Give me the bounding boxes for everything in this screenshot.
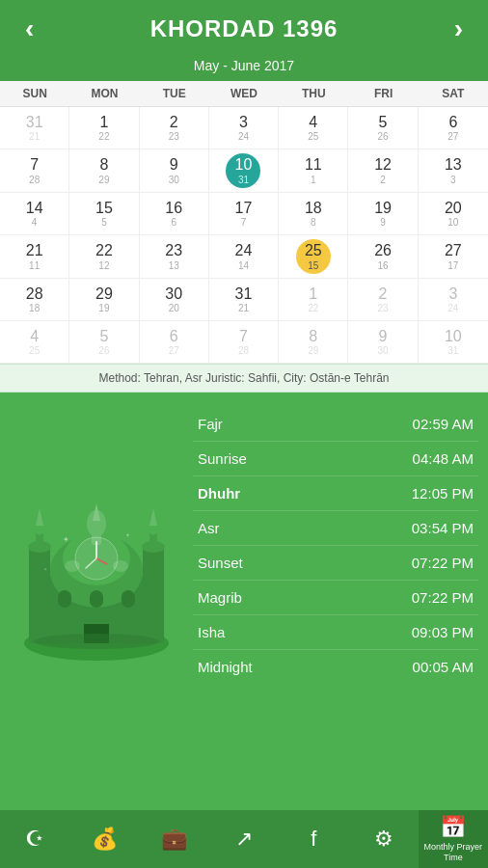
svg-rect-26 — [90, 590, 103, 608]
svg-marker-6 — [36, 508, 43, 526]
calendar-cell[interactable]: 2717 — [419, 235, 488, 279]
calendar-cell[interactable]: 2111 — [0, 235, 69, 279]
header-title: KHORDAD 1396 — [43, 15, 444, 42]
calendar-cell[interactable]: 144 — [0, 193, 69, 235]
donate-nav-icon: 💰 — [92, 827, 118, 852]
calendar-cell[interactable]: 2818 — [0, 279, 69, 321]
prayer-item: Fajr02:59 AM — [193, 407, 478, 442]
prayer-item: Isha09:03 PM — [193, 615, 478, 650]
calendar-cell[interactable]: 188 — [279, 193, 348, 235]
calendar-grid: 3121122223324425526627728829930103111112… — [0, 107, 488, 364]
prayer-time: 12:05 PM — [412, 485, 474, 502]
next-button[interactable]: › — [445, 10, 473, 48]
svg-text:✦: ✦ — [63, 535, 69, 544]
calendar-cell[interactable]: 2010 — [419, 193, 488, 235]
prayer-time: 02:59 AM — [413, 416, 474, 432]
calendar-cell[interactable]: 930 — [348, 321, 418, 364]
header: ‹ KHORDAD 1396 › — [0, 0, 488, 58]
prayer-section: ✦ ✦ ✦ Fajr02:59 AMSunrise04:48 AMDhuhr12… — [0, 393, 488, 701]
calendar-cell[interactable]: 728 — [0, 149, 69, 193]
calendar: SUNMONTUEWEDTHUFRISAT 312112222332442552… — [0, 81, 488, 364]
day-header: SUN — [0, 81, 69, 106]
svg-point-28 — [34, 634, 159, 649]
calendar-cell[interactable]: 177 — [209, 193, 279, 235]
day-header: FRI — [348, 81, 418, 106]
svg-text:✦: ✦ — [43, 566, 47, 572]
calendar-cell[interactable]: 324 — [419, 279, 488, 321]
calendar-cell[interactable]: 930 — [140, 149, 209, 193]
calendar-cell[interactable]: 133 — [419, 149, 488, 193]
prayer-item: Sunset07:22 PM — [193, 546, 478, 581]
calendar-cell[interactable]: 2515 — [279, 235, 348, 279]
calendar-cell[interactable]: 324 — [209, 107, 279, 149]
day-header: THU — [279, 81, 348, 106]
calendar-cell[interactable]: 728 — [209, 321, 279, 364]
wallet-nav[interactable]: 💼 — [140, 810, 209, 868]
prayer-time: 07:22 PM — [412, 555, 474, 571]
mosque-art: ✦ ✦ ✦ — [0, 402, 193, 692]
calendar-cell[interactable]: 2616 — [348, 235, 418, 279]
prayer-list: Fajr02:59 AMSunrise04:48 AMDhuhr12:05 PM… — [193, 402, 488, 692]
calendar-cell[interactable]: 122 — [348, 149, 418, 193]
svg-marker-11 — [149, 508, 157, 526]
calendar-cell[interactable]: 1031 — [419, 321, 488, 364]
day-header: TUE — [140, 81, 209, 106]
calendar-cell[interactable]: 1031 — [209, 149, 279, 193]
prayer-item: Asr03:54 PM — [193, 511, 478, 546]
day-header: WED — [209, 81, 279, 106]
svg-rect-2 — [29, 547, 50, 643]
prayer-name: Asr — [198, 520, 220, 536]
facebook-nav[interactable]: f — [279, 810, 348, 868]
settings-nav[interactable]: ⚙ — [348, 810, 418, 868]
calendar-cell[interactable]: 199 — [348, 193, 418, 235]
calendar-cell[interactable]: 526 — [69, 321, 139, 364]
calendar-cell[interactable]: 526 — [348, 107, 418, 149]
prayer-time: 04:48 AM — [413, 450, 474, 467]
monthly-prayer-nav-icon: 📅 — [440, 815, 466, 840]
prayer-time: 00:05 AM — [413, 659, 474, 675]
calendar-cell[interactable]: 166 — [140, 193, 209, 235]
calendar-cell[interactable]: 3020 — [140, 279, 209, 321]
prayer-time: 03:54 PM — [412, 520, 474, 536]
calendar-cell[interactable]: 223 — [348, 279, 418, 321]
calendar-cell[interactable]: 111 — [279, 149, 348, 193]
subtitle: May - June 2017 — [0, 58, 488, 81]
calendar-cell[interactable]: 3121 — [209, 279, 279, 321]
method-bar: Method: Tehran, Asr Juristic: Sahfii, Ci… — [0, 364, 488, 393]
prayer-item: Sunrise04:48 AM — [193, 442, 478, 476]
calendar-cell[interactable]: 223 — [140, 107, 209, 149]
prayer-time: 07:22 PM — [412, 589, 474, 606]
calendar-cell[interactable]: 2212 — [69, 235, 139, 279]
day-headers: SUNMONTUEWEDTHUFRISAT — [0, 81, 488, 107]
calendar-cell[interactable]: 2919 — [69, 279, 139, 321]
prev-button[interactable]: ‹ — [15, 10, 43, 48]
quran-nav[interactable]: ☪ — [0, 810, 69, 868]
calendar-cell[interactable]: 2313 — [140, 235, 209, 279]
share-nav-icon: ↗ — [235, 827, 253, 852]
calendar-cell[interactable]: 829 — [69, 149, 139, 193]
quran-nav-icon: ☪ — [25, 827, 44, 852]
svg-text:✦: ✦ — [125, 532, 130, 538]
settings-nav-icon: ⚙ — [374, 827, 393, 852]
calendar-cell[interactable]: 122 — [69, 107, 139, 149]
calendar-cell[interactable]: 425 — [279, 107, 348, 149]
prayer-name: Magrib — [198, 589, 242, 606]
calendar-cell[interactable]: 425 — [0, 321, 69, 364]
calendar-cell[interactable]: 3121 — [0, 107, 69, 149]
calendar-cell[interactable]: 155 — [69, 193, 139, 235]
wallet-nav-icon: 💼 — [161, 827, 187, 852]
prayer-name: Dhuhr — [198, 485, 240, 502]
bottom-nav: ☪💰💼↗f⚙📅Monthly Prayer Time — [0, 810, 488, 868]
calendar-cell[interactable]: 627 — [419, 107, 488, 149]
prayer-name: Sunset — [198, 555, 243, 571]
svg-rect-7 — [143, 547, 164, 643]
prayer-item: Dhuhr12:05 PM — [193, 476, 478, 511]
monthly-prayer-nav[interactable]: 📅Monthly Prayer Time — [419, 810, 488, 868]
calendar-cell[interactable]: 829 — [279, 321, 348, 364]
share-nav[interactable]: ↗ — [209, 810, 279, 868]
donate-nav[interactable]: 💰 — [69, 810, 139, 868]
calendar-cell[interactable]: 627 — [140, 321, 209, 364]
facebook-nav-icon: f — [311, 827, 316, 852]
calendar-cell[interactable]: 122 — [279, 279, 348, 321]
calendar-cell[interactable]: 2414 — [209, 235, 279, 279]
